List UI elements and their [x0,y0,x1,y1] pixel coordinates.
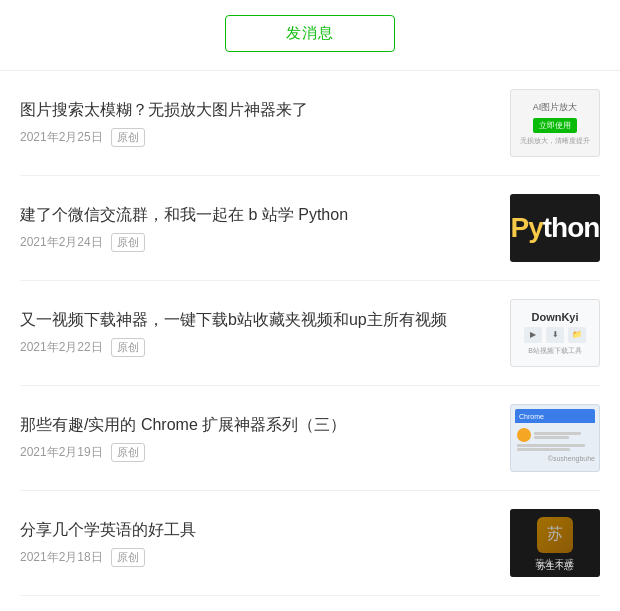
article-thumbnail: 苏 苏生不惑 苏生不惑 [510,509,600,577]
article-date: 2021年2月22日 [20,339,103,356]
article-date: 2021年2月18日 [20,549,103,566]
article-date: 2021年2月19日 [20,444,103,461]
original-badge: 原创 [111,338,145,357]
article-meta: 2021年2月18日 原创 [20,548,495,567]
article-meta: 2021年2月25日 原创 [20,128,495,147]
articles-list: 图片搜索太模糊？无损放大图片神器来了 2021年2月25日 原创 AI图片放大 … [0,71,620,596]
article-item[interactable]: 那些有趣/实用的 Chrome 扩展神器系列（三） 2021年2月19日 原创 … [20,386,600,491]
article-thumbnail: DownKyi ▶ ⬇ 📁 B站视频下载工具 [510,299,600,367]
article-title: 分享几个学英语的好工具 [20,519,495,541]
article-item[interactable]: 图片搜索太模糊？无损放大图片神器来了 2021年2月25日 原创 AI图片放大 … [20,71,600,176]
article-thumbnail: AI图片放大 立即使用 无损放大，清晰度提升 [510,89,600,157]
article-content: 分享几个学英语的好工具 2021年2月18日 原创 [20,519,495,567]
article-title: 建了个微信交流群，和我一起在 b 站学 Python [20,204,495,226]
article-item[interactable]: 分享几个学英语的好工具 2021年2月18日 原创 苏 苏生不惑 苏生不惑 [20,491,600,596]
article-content: 图片搜索太模糊？无损放大图片神器来了 2021年2月25日 原创 [20,99,495,147]
article-meta: 2021年2月19日 原创 [20,443,495,462]
article-item[interactable]: 建了个微信交流群，和我一起在 b 站学 Python 2021年2月24日 原创… [20,176,600,281]
article-meta: 2021年2月24日 原创 [20,233,495,252]
original-badge: 原创 [111,128,145,147]
article-content: 又一视频下载神器，一键下载b站收藏夹视频和up主所有视频 2021年2月22日 … [20,309,495,357]
article-date: 2021年2月25日 [20,129,103,146]
article-thumbnail: Chrome ©sushengbuhe [510,404,600,472]
article-title: 那些有趣/实用的 Chrome 扩展神器系列（三） [20,414,495,436]
original-badge: 原创 [111,548,145,567]
original-badge: 原创 [111,443,145,462]
article-title: 图片搜索太模糊？无损放大图片神器来了 [20,99,495,121]
article-item[interactable]: 又一视频下载神器，一键下载b站收藏夹视频和up主所有视频 2021年2月22日 … [20,281,600,386]
original-badge: 原创 [111,233,145,252]
article-content: 建了个微信交流群，和我一起在 b 站学 Python 2021年2月24日 原创 [20,204,495,252]
article-thumbnail: Python [510,194,600,262]
article-meta: 2021年2月22日 原创 [20,338,495,357]
article-content: 那些有趣/实用的 Chrome 扩展神器系列（三） 2021年2月19日 原创 [20,414,495,462]
article-date: 2021年2月24日 [20,234,103,251]
send-message-button[interactable]: 发消息 [225,15,395,52]
article-title: 又一视频下载神器，一键下载b站收藏夹视频和up主所有视频 [20,309,495,331]
top-bar: 发消息 [0,0,620,71]
